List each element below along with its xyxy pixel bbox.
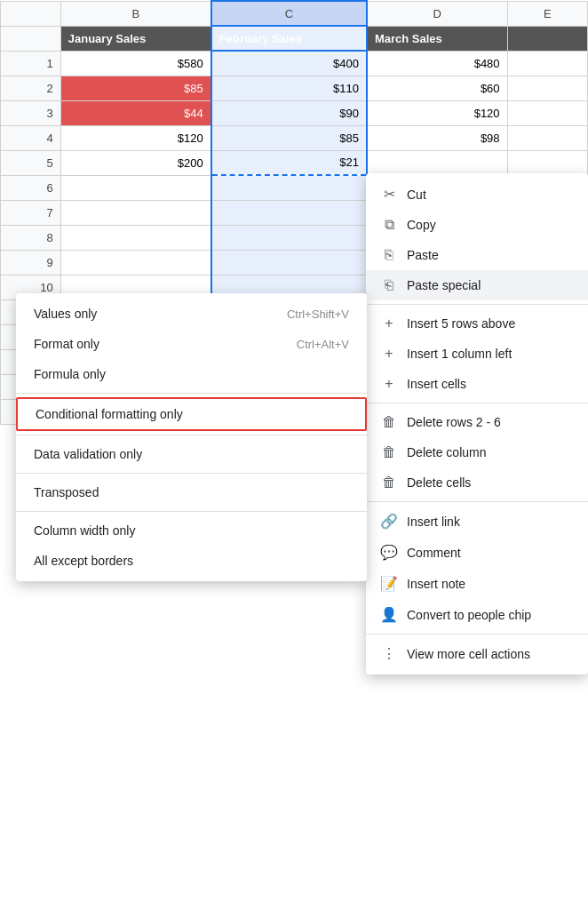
cell-d-1[interactable]: $480 bbox=[367, 51, 507, 76]
menu-item-paste[interactable]: ⎘Paste bbox=[366, 240, 588, 270]
paste-label-column-width-only: Column width only bbox=[34, 523, 135, 538]
cell-c-2[interactable]: $110 bbox=[211, 76, 367, 100]
menu-item-copy[interactable]: ⧉Copy bbox=[366, 210, 588, 240]
row-header-title bbox=[1, 26, 61, 51]
menu-item-comment[interactable]: 💬Comment bbox=[366, 537, 588, 568]
paste-divider-5 bbox=[16, 435, 367, 435]
paste-item-values-only[interactable]: Values onlyCtrl+Shift+V bbox=[16, 299, 367, 329]
menu-item-insert-cells[interactable]: +Insert cells bbox=[366, 369, 588, 399]
cell-d-5[interactable] bbox=[367, 150, 507, 175]
menu-label-insert-cells: Insert cells bbox=[407, 377, 574, 391]
row-header-6: 6 bbox=[1, 175, 61, 200]
menu-label-delete-cells: Delete cells bbox=[407, 475, 574, 490]
paste-item-transposed[interactable]: Transposed bbox=[16, 477, 367, 507]
menu-item-insert-5-rows-above[interactable]: +Insert 5 rows above bbox=[366, 308, 588, 339]
menu-label-delete-rows-2---6: Delete rows 2 - 6 bbox=[407, 415, 574, 429]
menu-divider-17 bbox=[366, 634, 588, 635]
menu-item-convert-to-people-chip[interactable]: 👤Convert to people chip bbox=[366, 599, 588, 630]
row-header-9: 9 bbox=[1, 250, 61, 275]
row-header-1: 1 bbox=[1, 51, 61, 76]
paste-item-conditional-formatting-only[interactable]: Conditional formatting only bbox=[16, 397, 367, 431]
menu-icon-convert-to-people-chip: 👤 bbox=[380, 606, 398, 623]
cell-c-5[interactable]: $21 bbox=[211, 150, 367, 175]
menu-icon-paste-special: ⎗ bbox=[380, 277, 398, 293]
cell-b-7[interactable] bbox=[60, 200, 211, 225]
row-header-8: 8 bbox=[1, 225, 61, 250]
cell-b-8[interactable] bbox=[60, 225, 211, 250]
menu-label-insert-link: Insert link bbox=[407, 515, 574, 529]
col-e-header bbox=[507, 26, 587, 51]
col-header-d[interactable]: D bbox=[367, 1, 507, 26]
paste-divider-9 bbox=[16, 511, 367, 512]
paste-item-all-except-borders[interactable]: All except borders bbox=[16, 546, 367, 576]
col-header-c[interactable]: C bbox=[211, 1, 367, 26]
menu-item-delete-cells[interactable]: 🗑Delete cells bbox=[366, 467, 588, 498]
menu-icon-insert-1-column-left: + bbox=[380, 346, 398, 362]
menu-divider-4 bbox=[366, 304, 588, 305]
menu-item-insert-note[interactable]: 📝Insert note bbox=[366, 568, 588, 599]
cell-b-9[interactable] bbox=[60, 250, 211, 275]
col-c-header: February Sales bbox=[211, 26, 367, 51]
cell-d-3[interactable]: $120 bbox=[367, 100, 507, 125]
cell-b-3[interactable]: $44 bbox=[60, 100, 211, 125]
menu-item-insert-link[interactable]: 🔗Insert link bbox=[366, 506, 588, 537]
paste-label-values-only: Values only bbox=[34, 307, 97, 321]
cell-c-6[interactable] bbox=[211, 175, 367, 200]
cell-e-3[interactable] bbox=[507, 100, 587, 125]
context-menu: ✂Cut⧉Copy⎘Paste⎗Paste special+Insert 5 r… bbox=[366, 173, 588, 675]
col-header-row bbox=[1, 1, 61, 26]
col-d-header: March Sales bbox=[367, 26, 507, 51]
menu-label-copy: Copy bbox=[407, 218, 574, 232]
menu-icon-view-more-cell-actions: ⋮ bbox=[380, 645, 398, 662]
menu-label-paste-special: Paste special bbox=[407, 278, 574, 292]
paste-label-all-except-borders: All except borders bbox=[34, 554, 133, 568]
cell-c-3[interactable]: $90 bbox=[211, 100, 367, 125]
cell-d-4[interactable]: $98 bbox=[367, 125, 507, 150]
cell-c-1[interactable]: $400 bbox=[211, 51, 367, 76]
cell-b-2[interactable]: $85 bbox=[60, 76, 211, 100]
menu-label-comment: Comment bbox=[407, 546, 574, 560]
paste-label-data-validation-only: Data validation only bbox=[34, 447, 142, 461]
paste-label-formula-only: Formula only bbox=[34, 367, 106, 381]
menu-divider-8 bbox=[366, 403, 588, 403]
menu-item-paste-special[interactable]: ⎗Paste special bbox=[366, 270, 588, 300]
menu-icon-paste: ⎘ bbox=[380, 247, 398, 263]
menu-label-paste: Paste bbox=[407, 248, 574, 262]
cell-e-2[interactable] bbox=[507, 76, 587, 100]
row-header-3: 3 bbox=[1, 100, 61, 125]
cell-c-7[interactable] bbox=[211, 200, 367, 225]
menu-item-insert-1-column-left[interactable]: +Insert 1 column left bbox=[366, 339, 588, 369]
menu-item-view-more-cell-actions[interactable]: ⋮View more cell actions bbox=[366, 638, 588, 669]
cell-c-8[interactable] bbox=[211, 225, 367, 250]
menu-icon-copy: ⧉ bbox=[380, 217, 398, 233]
paste-submenu: Values onlyCtrl+Shift+VFormat onlyCtrl+A… bbox=[16, 293, 367, 581]
cell-b-5[interactable]: $200 bbox=[60, 150, 211, 175]
col-header-e[interactable]: E bbox=[507, 1, 587, 26]
menu-label-view-more-cell-actions: View more cell actions bbox=[407, 647, 574, 661]
menu-divider-12 bbox=[366, 501, 588, 502]
menu-item-cut[interactable]: ✂Cut bbox=[366, 179, 588, 210]
cell-b-6[interactable] bbox=[60, 175, 211, 200]
paste-label-transposed: Transposed bbox=[34, 485, 99, 499]
menu-icon-delete-rows-2---6: 🗑 bbox=[380, 414, 398, 430]
cell-d-2[interactable]: $60 bbox=[367, 76, 507, 100]
col-header-b[interactable]: B bbox=[60, 1, 211, 26]
cell-e-5[interactable] bbox=[507, 150, 587, 175]
menu-icon-comment: 💬 bbox=[380, 544, 398, 561]
paste-item-format-only[interactable]: Format onlyCtrl+Alt+V bbox=[16, 329, 367, 359]
paste-item-formula-only[interactable]: Formula only bbox=[16, 359, 367, 389]
menu-icon-insert-cells: + bbox=[380, 376, 398, 392]
menu-label-delete-column: Delete column bbox=[407, 445, 574, 459]
cell-c-9[interactable] bbox=[211, 250, 367, 275]
cell-e-4[interactable] bbox=[507, 125, 587, 150]
cell-b-1[interactable]: $580 bbox=[60, 51, 211, 76]
menu-icon-insert-link: 🔗 bbox=[380, 513, 398, 530]
menu-label-insert-note: Insert note bbox=[407, 577, 574, 591]
menu-item-delete-column[interactable]: 🗑Delete column bbox=[366, 437, 588, 467]
cell-e-1[interactable] bbox=[507, 51, 587, 76]
paste-item-column-width-only[interactable]: Column width only bbox=[16, 515, 367, 546]
menu-item-delete-rows-2---6[interactable]: 🗑Delete rows 2 - 6 bbox=[366, 407, 588, 437]
paste-item-data-validation-only[interactable]: Data validation only bbox=[16, 439, 367, 469]
cell-c-4[interactable]: $85 bbox=[211, 125, 367, 150]
cell-b-4[interactable]: $120 bbox=[60, 125, 211, 150]
